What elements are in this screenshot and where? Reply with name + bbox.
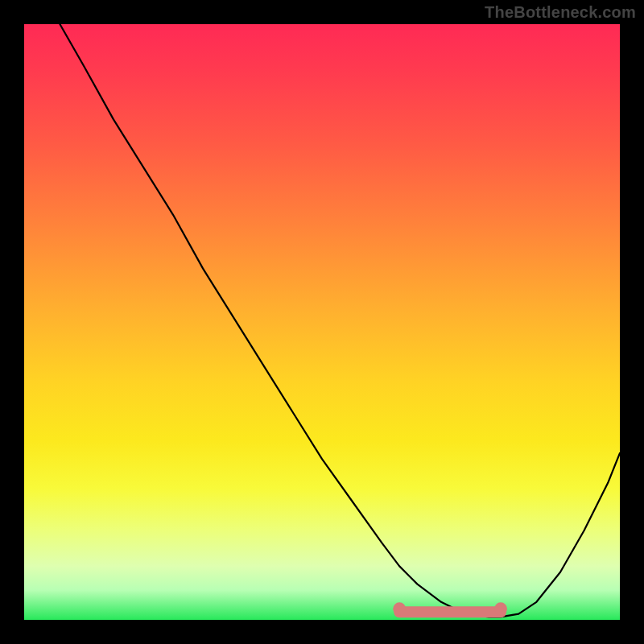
watermark-text: TheBottleneck.com xyxy=(485,3,636,22)
plot-area xyxy=(24,24,620,620)
optimal-range-start-dot xyxy=(393,602,406,615)
bottleneck-curve xyxy=(60,24,620,617)
optimal-range-end-dot xyxy=(494,602,507,615)
chart-frame: TheBottleneck.com xyxy=(0,0,644,644)
chart-overlay xyxy=(24,24,620,620)
